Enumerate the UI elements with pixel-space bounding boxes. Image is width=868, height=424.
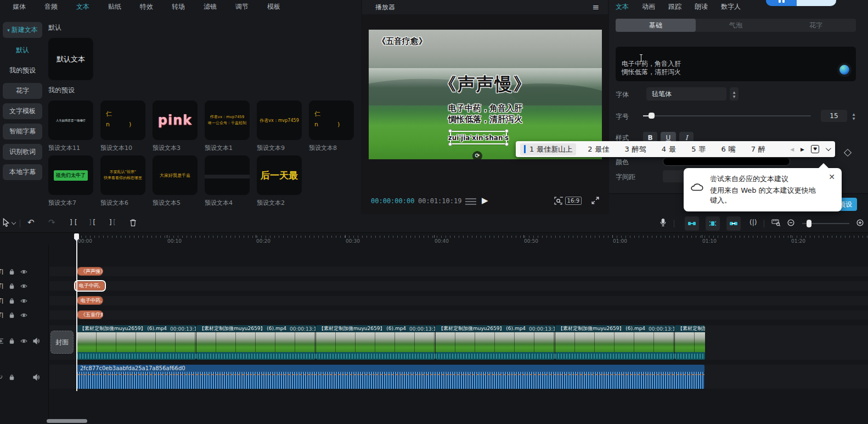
export-button[interactable] <box>766 0 836 6</box>
main-track-magnet-icon[interactable] <box>706 216 720 231</box>
split-clip-icon[interactable]: (|) <box>749 219 757 226</box>
delete-right-icon[interactable]: ][ <box>109 219 116 226</box>
auto-cut-icon[interactable] <box>685 216 699 231</box>
sidebar-item[interactable]: 花字 <box>3 83 42 99</box>
inspector-subtab[interactable]: 基础 <box>616 19 696 32</box>
ime-candidate[interactable]: 5罪 <box>687 143 709 155</box>
sidebar-item[interactable]: 本地字幕 <box>3 164 42 180</box>
keyframe-diamond-icon[interactable] <box>844 149 852 157</box>
sidebar-item[interactable]: 文字模板 <box>3 103 42 119</box>
slider-handle[interactable] <box>649 113 655 119</box>
delete-icon[interactable] <box>129 219 137 227</box>
redo-icon[interactable]: ↷ <box>48 217 55 227</box>
record-voiceover-icon[interactable] <box>660 218 667 227</box>
playhead-line[interactable] <box>76 233 77 391</box>
top-menu-item[interactable]: 调节 <box>226 2 258 12</box>
ime-prev-icon[interactable]: ◀ <box>790 147 794 152</box>
video-clip[interactable]: 【素材定制加微muyu2659】 (6).mp400:00:13:1 <box>316 325 435 360</box>
top-menu-item[interactable]: 媒体 <box>3 2 35 12</box>
preset-card[interactable]: 祖先们太牛了 预设文本7 <box>48 155 93 207</box>
split-icon[interactable]: ][ <box>69 219 78 226</box>
mute-icon[interactable] <box>33 374 40 381</box>
lock-icon[interactable] <box>9 298 15 304</box>
ime-candidate[interactable]: 2最佳 <box>584 143 613 155</box>
ime-candidate[interactable]: 1最佳新山上 <box>520 143 576 155</box>
player-menu-icon[interactable]: ≡ <box>592 2 599 12</box>
resize-handle[interactable] <box>505 129 509 133</box>
font-size-value[interactable]: 15 <box>821 110 847 122</box>
select-tool-icon[interactable] <box>2 218 10 227</box>
text-clip[interactable]: 《声声慢》 <box>77 267 103 276</box>
lock-icon[interactable] <box>9 374 15 381</box>
clip-list-icon[interactable] <box>465 198 476 205</box>
font-size-slider[interactable] <box>643 115 811 116</box>
ime-candidate[interactable]: 4最 <box>658 143 680 155</box>
zoom-slider-handle[interactable] <box>807 220 811 227</box>
ai-assistant-icon[interactable] <box>837 63 852 77</box>
top-menu-item[interactable]: 模板 <box>258 2 290 12</box>
tool-dropdown-chevron-icon[interactable] <box>12 220 16 225</box>
text-clip[interactable]: 电子中药, <box>77 296 103 305</box>
zoom-in-icon[interactable] <box>856 219 864 227</box>
lock-icon[interactable] <box>9 312 15 319</box>
audio-clip[interactable]: 2fc877c0eb3aabfda25a17a856af66d0 <box>77 365 704 389</box>
inspector-subtab[interactable]: 花字 <box>776 19 856 32</box>
cover-button[interactable]: 封面 <box>50 331 74 354</box>
inspector-subtab[interactable]: 气泡 <box>696 19 776 32</box>
preset-card[interactable]: pink 预设文本3 <box>153 101 198 152</box>
video-clip[interactable]: 【素材定制加微muyu2659】 (6).mp400:00:13:1 <box>436 325 555 360</box>
preset-card[interactable]: 大家好我是千嘉 预设文本5 <box>153 155 198 207</box>
top-menu-item[interactable]: 音频 <box>35 2 67 12</box>
fullscreen-icon[interactable] <box>591 197 599 204</box>
resize-handle[interactable] <box>448 129 452 133</box>
sidebar-item[interactable]: 默认 <box>3 42 42 58</box>
inspector-tab[interactable]: 文本 <box>616 2 629 12</box>
ime-candidate[interactable]: 7醉 <box>747 143 769 155</box>
lock-icon[interactable] <box>9 283 15 289</box>
inspector-tab[interactable]: 动画 <box>642 2 655 12</box>
preset-card[interactable]: 仁 n ) 预设文本8 <box>309 101 354 152</box>
font-stepper[interactable]: ▲▼ <box>730 87 739 101</box>
overlay-main-title[interactable]: 《声声慢》 <box>369 72 602 97</box>
preset-card[interactable]: 仁 n ) 预设文本10 <box>100 101 145 152</box>
preset-card[interactable]: 人生如戏皆是一场修行 预设文本11 <box>48 101 93 152</box>
undo-icon[interactable]: ↶ <box>27 217 35 227</box>
overlay-lyric-line2[interactable]: 惆怅低落，清肝泻火 <box>369 114 602 125</box>
video-clip[interactable]: 【素材定制加微muyu2659】 (6).mp400:00:13:1 <box>196 325 315 360</box>
preset-card[interactable]: 作者vx：mvp7459 预设文本9 <box>257 101 302 152</box>
ime-emoji-board-icon[interactable]: ♥ <box>811 145 819 153</box>
tooltip-close-icon[interactable]: ✕ <box>828 172 835 181</box>
sidebar-item[interactable]: 我的预设 <box>3 63 42 79</box>
preset-card[interactable]: 预设文本4 <box>205 155 250 207</box>
link-clips-icon[interactable] <box>726 216 741 231</box>
preview-quality-icon[interactable] <box>554 197 563 205</box>
rotate-handle-icon[interactable]: ⟳ <box>472 151 482 159</box>
sidebar-item[interactable]: 新建文本 <box>3 22 42 38</box>
video-clip[interactable]: 【素材定制加微muyu2659】 (6).mp400:00:13:1 <box>555 325 674 360</box>
top-menu-item[interactable]: 文本 <box>67 2 99 12</box>
ime-next-icon[interactable]: ▶ <box>801 147 804 152</box>
horizontal-scrollbar[interactable] <box>47 419 87 423</box>
sidebar-item[interactable]: 智能字幕 <box>3 124 42 140</box>
zoom-out-icon[interactable] <box>787 219 795 227</box>
eye-icon[interactable] <box>20 269 27 275</box>
font-select[interactable]: 毡笔体 <box>646 87 726 101</box>
color-swatch[interactable] <box>663 157 790 166</box>
inspector-tab[interactable]: 朗读 <box>695 2 708 12</box>
top-menu-item[interactable]: 滤镜 <box>194 2 226 12</box>
ime-candidate[interactable]: 6嘴 <box>717 143 739 155</box>
overlay-lyric-line1[interactable]: 电子中药，角音入肝 <box>369 103 602 114</box>
text-edit-box[interactable]: zui'jia'xin'shan's <box>450 131 507 144</box>
ime-expand-chevron-icon[interactable] <box>826 146 831 151</box>
eye-icon[interactable] <box>20 298 27 304</box>
play-button[interactable]: ▶ <box>482 196 488 205</box>
sidebar-item[interactable]: 识别歌词 <box>3 144 42 160</box>
lock-icon[interactable] <box>9 269 15 275</box>
top-menu-item[interactable]: 转场 <box>162 2 194 12</box>
top-menu-item[interactable]: 特效 <box>131 2 162 12</box>
delete-left-icon[interactable]: ][ <box>89 219 97 226</box>
aspect-ratio-button[interactable]: 16:9 <box>565 197 582 205</box>
preset-card[interactable]: 不要乱认"祖宗" 快来看看你的根在哪里 预设文本6 <box>100 155 145 207</box>
eye-icon[interactable] <box>20 283 27 289</box>
text-clip[interactable]: 电子中药, <box>75 281 105 291</box>
